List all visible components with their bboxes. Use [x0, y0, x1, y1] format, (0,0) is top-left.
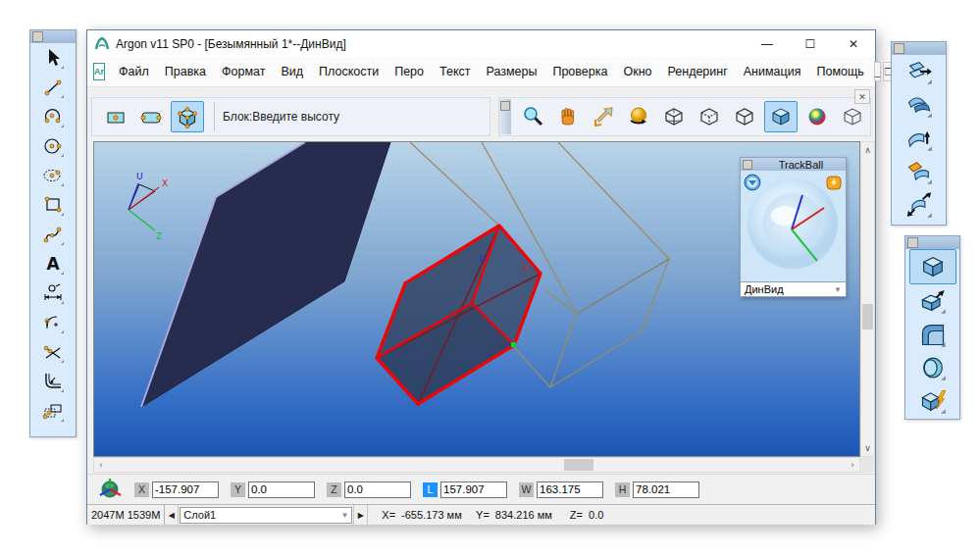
minimize-button[interactable]: —: [746, 30, 789, 57]
scroll-down-arrow[interactable]: ∨: [861, 441, 875, 455]
trackball-options-button[interactable]: [825, 174, 843, 191]
vertical-scroll-thumb[interactable]: [862, 304, 873, 329]
tool-fillet[interactable]: [34, 367, 72, 396]
h-field-input[interactable]: [633, 481, 699, 498]
text-icon: A: [41, 252, 65, 276]
menu-file[interactable]: Файл: [111, 61, 157, 82]
tool-revolve-solid[interactable]: [910, 351, 955, 384]
layer-dropdown-arrow[interactable]: ▼: [340, 511, 348, 520]
tool-orbit[interactable]: [623, 102, 654, 131]
menu-animation[interactable]: Анимация: [736, 61, 809, 82]
circle-icon: [41, 134, 65, 158]
trackball-grip[interactable]: [743, 160, 752, 170]
tool-cover-sheet[interactable]: [897, 88, 942, 122]
tool-dimension[interactable]: [34, 278, 72, 308]
sheet-palette-grip[interactable]: [894, 43, 904, 54]
tool-outline[interactable]: [729, 102, 760, 131]
view-mode-selector[interactable]: ДинВид ▼: [741, 281, 846, 296]
spline-icon: [41, 223, 65, 246]
palette-grip[interactable]: [32, 31, 43, 42]
menu-help[interactable]: Помощь: [808, 61, 871, 82]
two-point-block-icon: [138, 105, 164, 128]
menu-dimensions[interactable]: Размеры: [478, 61, 544, 82]
tool-wireframe[interactable]: [658, 102, 690, 131]
menu-window[interactable]: Окно: [615, 61, 659, 82]
l-field-input[interactable]: [440, 481, 507, 498]
tool-dynamic-zoom[interactable]: [588, 102, 619, 131]
tool-text[interactable]: A: [34, 249, 72, 278]
tool-stretch-sheet[interactable]: [897, 188, 942, 222]
menu-edit[interactable]: Правка: [157, 61, 214, 82]
scroll-right-arrow[interactable]: ›: [846, 458, 859, 472]
toolbar-row: Блок:Введите высоту: [87, 87, 875, 142]
menu-planes[interactable]: Плоскости: [311, 61, 387, 82]
trackball-titlebar[interactable]: TrackBall: [741, 158, 846, 171]
tool-circle[interactable]: [34, 131, 72, 161]
layer-prev-button[interactable]: ◀: [165, 505, 179, 525]
trackball-collapse-button[interactable]: [744, 174, 761, 191]
tool-select[interactable]: [34, 43, 72, 73]
layer-selector[interactable]: Слой1 ▼: [180, 507, 352, 524]
tool-rectangle[interactable]: [34, 190, 72, 220]
axis-z-label: Z: [156, 231, 162, 241]
x-field-input[interactable]: [152, 481, 219, 498]
cursor-x-value: -655.173 мм: [401, 509, 470, 521]
menu-rendering[interactable]: Рендеринг: [659, 61, 735, 82]
solid-palette-titlebar[interactable]: [905, 236, 959, 249]
sheet-palette-titlebar[interactable]: [892, 42, 946, 55]
palette-titlebar[interactable]: [30, 30, 76, 43]
tool-block-solid[interactable]: [909, 249, 956, 284]
solid-palette-grip[interactable]: [907, 237, 918, 248]
tool-select-region[interactable]: [34, 396, 72, 426]
menu-view[interactable]: Вид: [273, 61, 311, 82]
horizontal-scrollbar[interactable]: ‹ ›: [93, 457, 860, 473]
scroll-left-arrow[interactable]: ‹: [94, 458, 108, 472]
tool-zoom[interactable]: [517, 102, 548, 131]
w-field-input[interactable]: [537, 481, 603, 498]
tool-shaded[interactable]: [764, 101, 798, 132]
vertical-scrollbar[interactable]: ∧ ∨: [860, 141, 875, 457]
z-field-input[interactable]: [344, 481, 411, 498]
y-field-input[interactable]: [248, 481, 315, 498]
tool-boolean-solid[interactable]: [910, 384, 955, 418]
titlebar[interactable]: Argon v11 SP0 - [Безымянный 1*--ДинВид] …: [87, 30, 875, 57]
menu-text[interactable]: Текст: [432, 61, 478, 82]
tool-lift-sheet[interactable]: [897, 122, 942, 155]
tool-curve-edit[interactable]: [34, 308, 72, 337]
scroll-up-arrow[interactable]: ∧: [861, 143, 875, 157]
tool-render[interactable]: [801, 102, 833, 131]
tool-two-point-block[interactable]: [135, 102, 167, 131]
menu-check[interactable]: Проверка: [544, 61, 615, 82]
tool-fillet-solid[interactable]: [910, 318, 955, 351]
tool-trim[interactable]: [34, 337, 72, 367]
menu-pen[interactable]: Перо: [387, 61, 432, 82]
mdi-close-button[interactable]: ✕: [854, 89, 870, 104]
tool-pan[interactable]: [552, 102, 584, 131]
tool-extrude-solid[interactable]: [910, 284, 955, 318]
coordinate-bar: X Y Z L W H: [87, 474, 875, 504]
tool-spline[interactable]: [34, 220, 72, 249]
horizontal-scroll-thumb[interactable]: [564, 459, 593, 471]
render-sphere-icon: [805, 105, 829, 128]
maximize-button[interactable]: ☐: [789, 30, 832, 57]
tool-ellipse[interactable]: [34, 161, 72, 190]
tool-point-block[interactable]: [100, 102, 131, 131]
mdi-minimize-button[interactable]: _: [874, 62, 882, 81]
tool-arc[interactable]: [34, 102, 72, 131]
layer-next-button[interactable]: ▶: [353, 505, 368, 525]
z-field-label: Z: [327, 482, 341, 497]
view-mode-dropdown-arrow[interactable]: ▼: [834, 285, 842, 294]
cursor-x-label: X=: [382, 509, 395, 521]
tool-ghost[interactable]: [837, 102, 868, 131]
trackball-body[interactable]: [741, 171, 846, 281]
axis-x-label: X: [162, 178, 168, 188]
tool-block-cube[interactable]: [171, 101, 204, 132]
close-button[interactable]: ✕: [832, 30, 875, 57]
tool-extrude-sheet[interactable]: [897, 55, 942, 88]
tool-blend-sheet[interactable]: [897, 155, 942, 188]
tool-hidden-line[interactable]: [694, 102, 725, 131]
hidden-line-cube-icon: [697, 105, 721, 128]
view-toolbar-grip[interactable]: [499, 99, 511, 134]
tool-line[interactable]: [34, 73, 72, 102]
menu-format[interactable]: Формат: [214, 61, 273, 82]
